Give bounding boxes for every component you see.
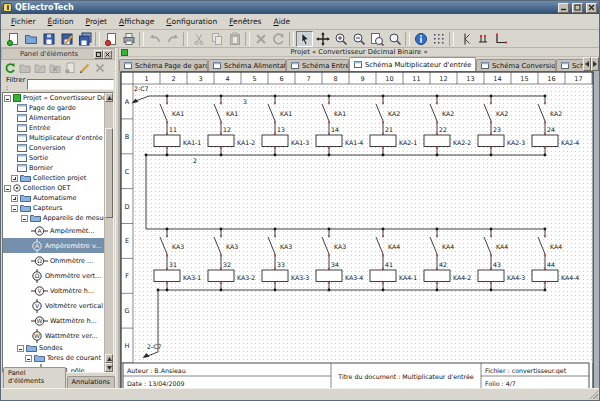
menu-configuration[interactable]: Configuration (160, 15, 223, 28)
tab-schema-alimentation[interactable]: Schéma Alimentation (208, 59, 286, 71)
tree-item-ohmmetre-v[interactable]: Ω Ohmmètre vert... (3, 268, 104, 283)
add-text-button[interactable] (456, 31, 473, 47)
project-icon (13, 94, 21, 102)
tree-item-conversion[interactable]: Conversion (3, 143, 104, 153)
expander-collapsed-icon[interactable] (11, 175, 18, 182)
delete-button[interactable] (252, 31, 269, 47)
zoom-in-button[interactable] (332, 31, 349, 47)
dock-title-bar[interactable]: Panel d'éléments (1, 48, 115, 60)
tab-schema-page-de-garde[interactable]: Schéma Page de garde (119, 59, 208, 71)
tree-item-project[interactable]: Projet « Convertisseur Déci... (3, 93, 104, 103)
new-element-button[interactable] (63, 61, 77, 75)
dock-float-button[interactable] (94, 50, 103, 59)
expander-collapsed-icon[interactable] (11, 195, 18, 202)
save-all-button[interactable] (76, 31, 93, 47)
dock-bottom-tabs: Panel d'éléments Annulations (1, 373, 115, 388)
select-tool-button[interactable] (296, 31, 313, 47)
tab-scroll-left-button[interactable] (583, 57, 591, 71)
diagram-info-button[interactable] (412, 31, 429, 47)
menu-aide[interactable]: Aide (267, 15, 296, 28)
expander-expanded-icon[interactable] (17, 345, 24, 352)
undo-button[interactable] (146, 31, 163, 47)
paste-button[interactable] (226, 31, 243, 47)
close-file-button[interactable] (102, 31, 119, 47)
folder-icon (34, 354, 45, 362)
edit-category-button[interactable] (33, 61, 47, 75)
filter-input[interactable] (27, 79, 114, 90)
tree-item-collection-projet[interactable]: Collection projet (3, 173, 104, 183)
tree-item-alimentation[interactable]: Alimentation (3, 113, 104, 123)
tree-scrollbar[interactable] (104, 93, 113, 372)
tree-item-ohmmetre-h[interactable]: Ω Ohmmètre ... (3, 253, 104, 268)
tree-item-page-de-garde[interactable]: Page de garde (3, 103, 104, 113)
tree-item-amperemetre-h[interactable]: A Ampèremèt... (3, 223, 104, 238)
project-window-bar[interactable]: Projet « Convertisseur Décimal Binaire » (119, 48, 599, 57)
reload-collections-button[interactable] (3, 61, 17, 75)
save-button[interactable] (40, 31, 57, 47)
new-category-button[interactable] (18, 61, 32, 75)
save-as-button[interactable] (58, 31, 75, 47)
move-tool-button[interactable] (314, 31, 331, 47)
zoom-fit-button[interactable] (368, 31, 385, 47)
expander-expanded-icon[interactable] (4, 185, 11, 192)
delete-category-button[interactable] (48, 61, 62, 75)
tree-item-wattmetre-v[interactable]: W Wattmètre ver... (3, 328, 104, 343)
dock-close-button[interactable] (103, 50, 112, 59)
tree-item-sondes[interactable]: Sondes (3, 343, 104, 353)
tab-schema-conversion[interactable]: Schéma Conversion (476, 59, 556, 71)
menu-affichage[interactable]: Affichage (113, 15, 160, 28)
app-icon[interactable] (3, 3, 12, 12)
tree-item-voltmetre-v[interactable]: V Voltmètre vertical (3, 298, 104, 313)
title-bar[interactable]: QElectroTech (1, 1, 599, 14)
title-block[interactable]: Auteur : B.Ansieau Date : 13/04/2009 Tit… (123, 363, 589, 388)
tab-schema-multiplicateur[interactable]: Schéma Multiplicateur d'entrée (349, 57, 476, 71)
new-document-button[interactable] (4, 31, 21, 47)
menu-fenetres[interactable]: Fenêtres (223, 15, 267, 28)
tree-item-wattmetre-h[interactable]: W Wattmètre h... (3, 313, 104, 328)
resize-grip[interactable] (589, 390, 598, 399)
tree-item-tores-de-courant[interactable]: Tores de courant (3, 353, 104, 363)
expander-expanded-icon[interactable] (25, 355, 32, 362)
add-conductor-button[interactable] (492, 31, 509, 47)
tree-item-appareils-de-mesure[interactable]: Appareils de mesure (3, 213, 104, 223)
close-button[interactable] (586, 3, 597, 13)
tree-item-sortie[interactable]: Sortie (3, 153, 104, 163)
edit-element-button[interactable] (78, 61, 92, 75)
tab-schema-entree[interactable]: Schéma Entrée (286, 59, 349, 71)
scrollbar-thumb[interactable] (105, 128, 113, 218)
tree-item-bornier[interactable]: Bornier (3, 163, 104, 173)
tree-item-multiplicateur[interactable]: Multiplicateur d'entrée (3, 133, 104, 143)
menu-edition[interactable]: Édition (42, 15, 80, 28)
zoom-reset-button[interactable] (386, 31, 403, 47)
delete-element-button[interactable] (93, 61, 107, 75)
tree-item-collection-qet[interactable]: Collection QET (3, 183, 104, 193)
tab-panel-elements[interactable]: Panel d'éléments (3, 367, 66, 388)
cut-button[interactable] (190, 31, 207, 47)
copy-button[interactable] (208, 31, 225, 47)
open-button[interactable] (22, 31, 39, 47)
scroll-up-button[interactable] (105, 93, 113, 102)
add-terminal-button[interactable] (474, 31, 491, 47)
tree-item-capteurs[interactable]: Capteurs (3, 203, 104, 213)
menu-projet[interactable]: Projet (80, 15, 114, 28)
print-button[interactable] (120, 31, 137, 47)
tree-item-voltmetre-h[interactable]: V Voltmètre h... (3, 283, 104, 298)
scroll-up-button-2[interactable] (105, 354, 113, 363)
maximize-button[interactable] (572, 3, 583, 13)
tree-item-entree[interactable]: Entrée (3, 123, 104, 133)
redo-button[interactable] (164, 31, 181, 47)
tree-item-automatisme[interactable]: Automatisme (3, 193, 104, 203)
grid-button[interactable] (430, 31, 447, 47)
expander-expanded-icon[interactable] (21, 215, 28, 222)
tab-scroll-right-button[interactable] (591, 57, 599, 71)
expander-expanded-icon[interactable] (4, 95, 11, 102)
diagram-canvas[interactable]: 1234567891011121314151617 ABCDEFGH 2-C7 … (119, 71, 599, 388)
minimize-button[interactable] (558, 3, 569, 13)
rotate-button[interactable] (270, 31, 287, 47)
expander-expanded-icon[interactable] (11, 205, 18, 212)
tab-annulations[interactable]: Annulations (67, 376, 115, 388)
scroll-down-button[interactable] (105, 363, 113, 372)
menu-fichier[interactable]: Fichier (5, 15, 42, 28)
zoom-out-button[interactable] (350, 31, 367, 47)
tree-item-amperemetre-v[interactable]: A Ampèremètre v... (3, 238, 104, 253)
